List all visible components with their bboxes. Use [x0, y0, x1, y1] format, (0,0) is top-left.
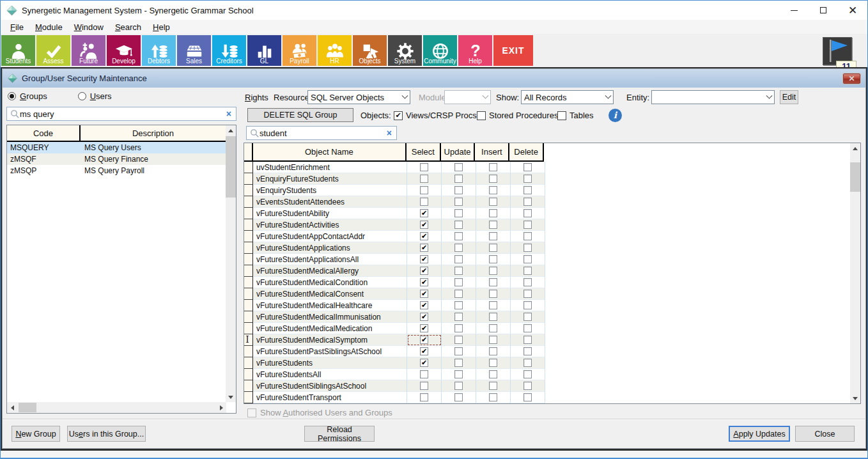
checkbox-unchecked-icon[interactable] — [489, 267, 497, 275]
select-checkbox-cell[interactable]: ✔ — [407, 254, 442, 265]
update-checkbox-cell[interactable] — [442, 277, 476, 288]
select-checkbox-cell[interactable] — [407, 185, 442, 196]
select-checkbox-cell[interactable]: ✔ — [407, 277, 442, 288]
select-checkbox-cell[interactable]: ✔ — [407, 311, 442, 323]
scrollbar-thumb[interactable] — [850, 162, 860, 192]
maximize-button[interactable] — [809, 1, 838, 20]
update-checkbox-cell[interactable] — [442, 300, 476, 311]
select-checkbox-cell[interactable] — [407, 380, 442, 392]
update-checkbox-cell[interactable] — [442, 254, 476, 265]
checkbox-unchecked-icon[interactable] — [489, 370, 497, 378]
object-name-cell[interactable]: uvStudentEnrichment — [253, 162, 407, 173]
row-selector-cell[interactable] — [244, 277, 253, 288]
toolbar-button-help[interactable]: ?Help — [458, 35, 492, 66]
checkbox-unchecked-icon[interactable] — [489, 255, 497, 263]
select-checkbox-cell[interactable]: ✔ — [407, 242, 442, 254]
checkbox-unchecked-icon[interactable] — [523, 336, 532, 344]
row-selector-cell[interactable] — [244, 162, 253, 173]
object-name-cell[interactable]: vFutureStudentMedicalAllergy — [253, 265, 407, 277]
delete-checkbox-cell[interactable] — [511, 277, 545, 288]
insert-checkbox-cell[interactable] — [476, 277, 511, 288]
object-name-cell[interactable]: vFutureStudentActivities — [253, 219, 407, 231]
checkbox-checked-icon[interactable]: ✔ — [420, 336, 428, 344]
checkbox-unchecked-icon[interactable] — [420, 186, 428, 194]
module-combobox[interactable] — [444, 90, 491, 104]
toolbar-button-hr[interactable]: HR — [318, 35, 352, 66]
delete-checkbox-cell[interactable] — [511, 323, 545, 334]
row-selector-cell[interactable] — [244, 254, 253, 265]
flag-button[interactable]: 11 — [823, 37, 852, 65]
checkbox-unchecked-icon[interactable] — [454, 290, 463, 298]
apply-updates-button[interactable]: Apply Updates — [729, 426, 790, 442]
toolbar-button-system[interactable]: System — [388, 35, 422, 66]
edit-button[interactable]: Edit — [780, 90, 798, 104]
insert-checkbox-cell[interactable] — [476, 162, 511, 173]
insert-checkbox-cell[interactable] — [476, 380, 511, 392]
checkbox-unchecked-icon[interactable] — [454, 324, 463, 332]
checkbox-unchecked-icon[interactable] — [523, 278, 532, 286]
insert-checkbox-cell[interactable] — [476, 346, 511, 357]
checkbox-unchecked-icon[interactable] — [420, 370, 428, 378]
insert-checkbox-cell[interactable] — [476, 185, 511, 196]
object-search-input[interactable] — [260, 128, 385, 138]
object-name-cell[interactable]: vFutureStudentsAll — [253, 369, 407, 380]
checkbox-unchecked-icon[interactable] — [454, 221, 463, 229]
menu-help[interactable]: Help — [147, 21, 176, 33]
delete-checkbox-cell[interactable] — [511, 254, 545, 265]
menu-search[interactable]: Search — [109, 21, 147, 33]
toolbar-button-students[interactable]: Students — [1, 35, 35, 66]
object-name-cell[interactable]: vFutureStudentAppContactAddr — [253, 231, 407, 242]
clear-search-icon[interactable]: × — [385, 128, 393, 138]
update-column-header[interactable]: Update — [441, 143, 476, 160]
delete-checkbox-cell[interactable] — [511, 185, 545, 196]
checkbox-unchecked-icon[interactable] — [454, 347, 463, 355]
checkbox-unchecked-icon[interactable] — [489, 336, 497, 344]
menu-window[interactable]: Window — [68, 21, 109, 33]
select-checkbox-cell[interactable]: ✔ — [407, 357, 442, 369]
delete-checkbox-cell[interactable] — [511, 231, 545, 242]
delete-checkbox-cell[interactable] — [511, 311, 545, 323]
checkbox-unchecked-icon[interactable] — [454, 370, 463, 378]
toolbar-button-sales[interactable]: Sales — [177, 35, 211, 66]
group-table-vscrollbar[interactable] — [226, 125, 236, 402]
delete-checkbox-cell[interactable] — [511, 334, 545, 346]
checkbox-unchecked-icon[interactable] — [523, 382, 532, 390]
checkbox-unchecked-icon[interactable] — [489, 324, 497, 332]
checkbox-checked-icon[interactable]: ✔ — [420, 301, 428, 309]
scroll-up-icon[interactable] — [226, 125, 236, 136]
checkbox-unchecked-icon[interactable] — [523, 209, 532, 217]
checkbox-unchecked-icon[interactable] — [489, 393, 497, 401]
object-name-cell[interactable]: vFutureStudentPastSiblingsAtSchool — [253, 346, 407, 357]
checkbox-unchecked-icon[interactable] — [489, 209, 497, 217]
menu-file[interactable]: File — [4, 21, 29, 33]
checkbox-unchecked-icon[interactable] — [489, 278, 497, 286]
checkbox-unchecked-icon[interactable] — [523, 267, 532, 275]
checkbox-unchecked-icon[interactable] — [523, 347, 532, 355]
checkbox-unchecked-icon[interactable] — [454, 255, 463, 263]
insert-checkbox-cell[interactable] — [476, 242, 511, 254]
update-checkbox-cell[interactable] — [442, 311, 476, 323]
toolbar-button-exit[interactable]: EXIT — [493, 35, 533, 66]
object-name-cell[interactable]: vFutureStudentMedicalMedication — [253, 323, 407, 334]
object-name-cell[interactable]: vEnquiryFutureStudents — [253, 173, 407, 185]
insert-checkbox-cell[interactable] — [476, 323, 511, 334]
object-name-cell[interactable]: vEventsStudentAttendees — [253, 196, 407, 208]
insert-checkbox-cell[interactable] — [476, 288, 511, 300]
scroll-left-icon[interactable] — [7, 403, 17, 413]
checkbox-unchecked-icon[interactable] — [454, 267, 463, 275]
object-name-cell[interactable]: vFutureStudentTransport — [253, 392, 407, 403]
checkbox-checked-icon[interactable]: ✔ — [420, 255, 428, 263]
insert-checkbox-cell[interactable] — [476, 392, 511, 403]
delete-checkbox-cell[interactable] — [511, 300, 545, 311]
update-checkbox-cell[interactable] — [442, 219, 476, 231]
checkbox-unchecked-icon[interactable] — [523, 221, 532, 229]
object-name-cell[interactable]: vFutureStudentMedicalHealthcare — [253, 300, 407, 311]
scroll-right-icon[interactable] — [216, 403, 226, 413]
object-name-cell[interactable]: vFutureStudentApplications — [253, 242, 407, 254]
checkbox-unchecked-icon[interactable] — [454, 163, 463, 171]
checkbox-unchecked-icon[interactable] — [523, 244, 532, 252]
update-checkbox-cell[interactable] — [442, 196, 476, 208]
row-selector-cell[interactable] — [244, 208, 253, 219]
panel-close-button[interactable]: ✕ — [843, 74, 860, 84]
select-checkbox-cell[interactable]: ✔ — [407, 334, 442, 346]
